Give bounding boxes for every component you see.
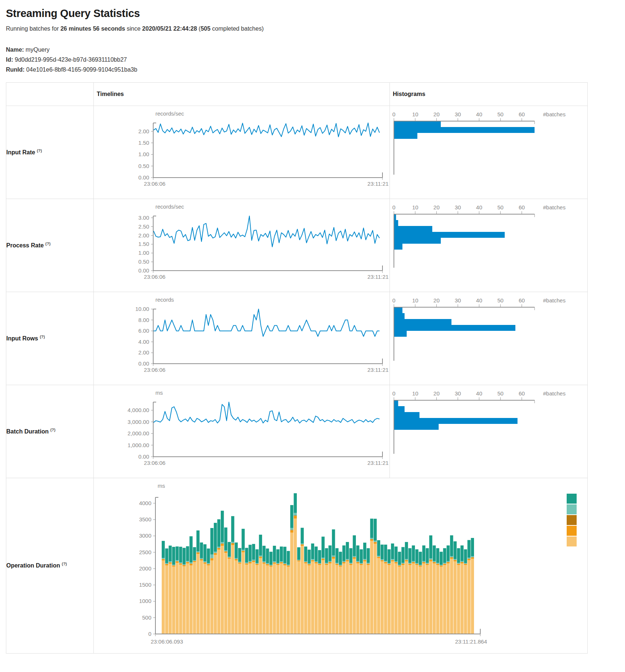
svg-text:60: 60	[519, 111, 525, 117]
process-rate-timeline-cell: records/sec0.000.501.001.502.002.503.002…	[94, 199, 390, 292]
svg-text:4000: 4000	[139, 500, 151, 506]
svg-text:10.00: 10.00	[135, 306, 149, 312]
table-header-row: Timelines Histograms	[6, 82, 588, 106]
id-value: 9d0dd219-995d-423e-b97d-36931110bb27	[15, 56, 127, 63]
svg-text:20: 20	[433, 111, 440, 117]
svg-text:1.50: 1.50	[138, 139, 149, 145]
help-icon[interactable]: (?)	[62, 562, 67, 566]
svg-text:ms: ms	[155, 390, 163, 396]
svg-text:50: 50	[497, 297, 504, 304]
svg-text:3500: 3500	[139, 516, 151, 522]
row-label-operation-duration: Operation Duration (?)	[6, 478, 94, 653]
status-duration: 26 minutes 56 seconds	[61, 25, 125, 32]
svg-text:1.00: 1.00	[138, 250, 149, 256]
svg-text:1000: 1000	[139, 598, 151, 604]
row-label-text: Process Rate	[6, 242, 44, 248]
operation-duration-chart-cell: ms0500100015002000250030003500400023:06:…	[94, 478, 588, 653]
status-open-paren: (	[197, 25, 201, 32]
svg-text:500: 500	[142, 614, 151, 620]
svg-text:2.00: 2.00	[138, 232, 149, 238]
svg-text:20: 20	[433, 297, 440, 304]
svg-text:10: 10	[412, 111, 418, 117]
svg-text:1.00: 1.00	[138, 151, 149, 157]
help-icon[interactable]: (?)	[40, 335, 45, 339]
svg-text:23:06:06.093: 23:06:06.093	[151, 638, 183, 645]
table-row-input-rows: Input Rows (?) records0.002.004.006.008.…	[6, 292, 588, 385]
svg-text:0: 0	[148, 631, 151, 637]
process-rate-histogram-cell: 0102030405060#batches	[390, 199, 588, 292]
svg-text:2500: 2500	[139, 549, 151, 555]
svg-text:60: 60	[519, 390, 525, 397]
svg-text:60: 60	[519, 204, 525, 210]
col-header-timelines: Timelines	[94, 82, 390, 106]
svg-text:20: 20	[433, 204, 440, 210]
row-label-text: Operation Duration	[6, 563, 60, 569]
operation-duration-stacked-chart: ms0500100015002000250030003500400023:06:…	[94, 478, 587, 653]
svg-text:1500: 1500	[139, 582, 151, 588]
svg-text:3.00: 3.00	[138, 214, 149, 220]
input-rate-histogram-cell: 0102030405060#batches	[390, 106, 588, 199]
svg-text:2.00: 2.00	[138, 349, 149, 356]
svg-text:4.00: 4.00	[138, 338, 149, 344]
svg-text:40: 40	[476, 111, 483, 117]
query-runid-line: RunId: 04e101e6-8bf8-4165-9099-9104c951b…	[6, 65, 619, 75]
svg-text:40: 40	[476, 390, 483, 397]
svg-text:2,000.00: 2,000.00	[128, 430, 149, 436]
input-rate-histogram-chart: 0102030405060#batches	[390, 106, 587, 199]
svg-text:0.00: 0.00	[138, 360, 149, 367]
running-batches-status: Running batches for 26 minutes 56 second…	[6, 25, 619, 32]
svg-text:30: 30	[455, 297, 461, 304]
corner-cell	[6, 82, 94, 106]
operation-duration-legend	[567, 494, 577, 546]
name-value: myQuery	[25, 47, 49, 53]
query-id-line: Id: 9d0dd219-995d-423e-b97d-36931110bb27	[6, 55, 619, 65]
svg-text:23:06:06: 23:06:06	[144, 274, 165, 280]
query-info: Name: myQuery Id: 9d0dd219-995d-423e-b97…	[6, 45, 619, 75]
col-header-histograms: Histograms	[390, 82, 588, 106]
svg-text:2000: 2000	[139, 565, 151, 572]
legend-swatch	[567, 515, 577, 525]
svg-text:records/sec: records/sec	[155, 110, 184, 117]
id-label: Id:	[6, 56, 13, 63]
svg-text:23:11:21: 23:11:21	[367, 367, 388, 373]
svg-text:3000: 3000	[139, 532, 151, 539]
row-label-text: Input Rate	[6, 149, 35, 155]
input-rate-timeline-cell: records/sec0.000.501.001.502.0023:06:062…	[94, 106, 390, 199]
svg-text:0.00: 0.00	[138, 174, 149, 181]
svg-text:23:11:21: 23:11:21	[367, 460, 388, 466]
help-icon[interactable]: (?)	[45, 241, 51, 246]
svg-text:3,000.00: 3,000.00	[128, 418, 149, 425]
svg-text:8.00: 8.00	[138, 316, 149, 323]
table-row-operation-duration: Operation Duration (?) ms050010001500200…	[6, 478, 588, 653]
table-row-batch-duration: Batch Duration (?) ms0.001,000.002,000.0…	[6, 385, 588, 478]
svg-text:0.50: 0.50	[138, 258, 149, 265]
help-icon[interactable]: (?)	[50, 428, 55, 432]
svg-text:#batches: #batches	[543, 297, 566, 304]
input-rate-timeline-chart: records/sec0.000.501.001.502.0023:06:062…	[94, 106, 389, 199]
svg-text:1,000.00: 1,000.00	[128, 442, 149, 448]
stats-table: Timelines Histograms Input Rate (?) reco…	[6, 82, 588, 654]
query-name-line: Name: myQuery	[6, 45, 619, 55]
status-suffix: completed batches)	[210, 25, 264, 32]
svg-text:ms: ms	[158, 483, 165, 489]
svg-text:6.00: 6.00	[138, 328, 149, 334]
svg-text:0: 0	[392, 111, 395, 117]
svg-text:30: 30	[455, 111, 461, 117]
svg-text:2.00: 2.00	[138, 128, 149, 134]
batch-duration-histogram-chart: 0102030405060#batches	[390, 385, 587, 478]
svg-text:60: 60	[519, 297, 525, 304]
row-label-process-rate: Process Rate (?)	[6, 199, 94, 292]
svg-text:0: 0	[392, 390, 395, 397]
svg-text:23:11:21.864: 23:11:21.864	[455, 638, 487, 645]
svg-text:50: 50	[497, 390, 504, 397]
row-label-input-rate: Input Rate (?)	[6, 106, 94, 199]
status-timestamp: 2020/05/21 22:44:28	[142, 25, 197, 32]
process-rate-timeline-chart: records/sec0.000.501.001.502.002.503.002…	[94, 199, 389, 292]
svg-text:23:06:06: 23:06:06	[144, 181, 165, 187]
svg-text:40: 40	[476, 204, 483, 210]
help-icon[interactable]: (?)	[37, 148, 42, 153]
svg-text:50: 50	[497, 204, 504, 210]
svg-text:23:06:06: 23:06:06	[144, 367, 165, 373]
table-row-process-rate: Process Rate (?) records/sec0.000.501.00…	[6, 199, 588, 292]
page-content: Streaming Query Statistics Running batch…	[0, 0, 625, 665]
